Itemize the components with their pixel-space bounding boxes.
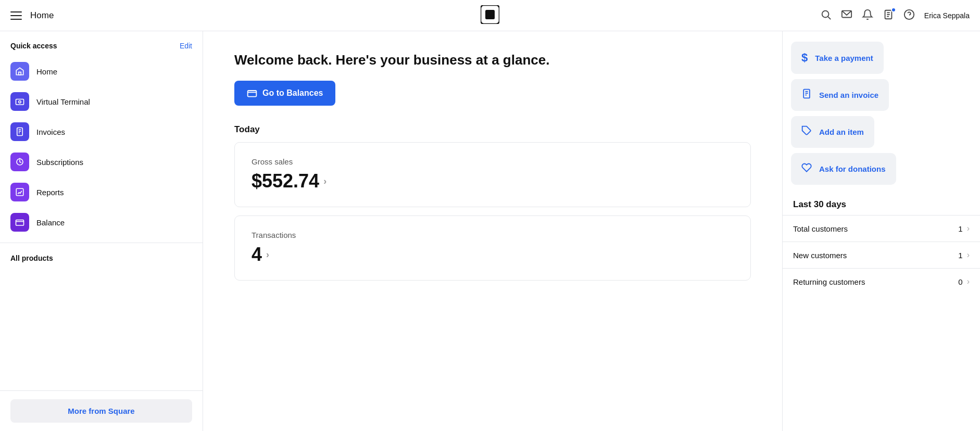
transactions-chevron: › [266, 249, 269, 260]
svg-rect-12 [16, 99, 24, 105]
balance-icon-box [10, 213, 29, 232]
new-customers-right: 1 › [958, 250, 970, 260]
svg-rect-21 [16, 188, 23, 196]
square-logo [481, 5, 499, 26]
add-item-button[interactable]: Add an item [791, 116, 874, 148]
send-invoice-label: Send an invoice [819, 91, 878, 99]
ask-donations-button[interactable]: Ask for donations [791, 153, 896, 185]
gross-sales-label: Gross sales [252, 157, 734, 166]
tasks-badge [891, 7, 896, 12]
sidebar-bottom: More from Square [0, 390, 203, 431]
sidebar-item-reports[interactable]: Reports [0, 177, 203, 207]
hamburger-menu[interactable] [10, 11, 22, 20]
gross-sales-card[interactable]: Gross sales $552.74 › [234, 142, 751, 207]
virtual-terminal-icon-box [10, 92, 29, 111]
svg-point-13 [19, 101, 21, 104]
go-to-balances-button[interactable]: Go to Balances [234, 81, 335, 106]
total-customers-chevron: › [967, 224, 970, 233]
topnav: Home Erica Seppala [0, 0, 980, 31]
all-products-label: All products [10, 254, 53, 262]
new-customers-row[interactable]: New customers 1 › [783, 242, 980, 268]
svg-rect-11 [19, 72, 21, 75]
main-content: Welcome back. Here's your business at a … [203, 31, 782, 431]
invoices-icon-box [10, 122, 29, 141]
today-label: Today [234, 124, 751, 135]
total-customers-right: 1 › [958, 224, 970, 233]
svg-point-2 [822, 10, 828, 17]
edit-link[interactable]: Edit [180, 42, 192, 50]
sidebar-item-invoices-label: Invoices [36, 128, 65, 136]
new-customers-chevron: › [967, 250, 970, 260]
search-icon[interactable] [820, 9, 832, 22]
help-icon[interactable] [903, 9, 915, 22]
svg-rect-24 [248, 91, 257, 97]
take-payment-label: Take a payment [815, 54, 873, 62]
user-name[interactable]: Erica Seppala [924, 11, 970, 20]
transactions-value: 4 › [252, 244, 734, 265]
sidebar-item-virtual-terminal-label: Virtual Terminal [36, 97, 90, 106]
all-products-section: All products [0, 248, 203, 263]
gross-sales-value: $552.74 › [252, 170, 734, 192]
quick-access-title: Quick access [10, 42, 57, 50]
gross-sales-chevron: › [323, 176, 326, 187]
sidebar-inner: Quick access Edit Home Virtual Terminal [0, 31, 203, 390]
returning-customers-right: 0 › [958, 277, 970, 286]
balances-btn-icon [247, 88, 257, 98]
sidebar-divider [0, 243, 203, 243]
send-invoice-icon [801, 88, 812, 102]
quick-access-header: Quick access Edit [0, 42, 203, 56]
messages-icon[interactable] [841, 9, 852, 22]
more-from-square-button[interactable]: More from Square [10, 399, 192, 423]
svg-line-3 [828, 17, 831, 19]
go-to-balances-label: Go to Balances [262, 88, 323, 98]
tasks-icon[interactable] [883, 9, 894, 22]
take-payment-icon: $ [801, 51, 808, 65]
send-invoice-button[interactable]: Send an invoice [791, 79, 889, 111]
total-customers-label: Total customers [793, 224, 848, 233]
sidebar-item-home-label: Home [36, 67, 57, 76]
sidebar: Quick access Edit Home Virtual Terminal [0, 31, 203, 431]
add-item-label: Add an item [819, 128, 864, 136]
transactions-card[interactable]: Transactions 4 › [234, 216, 751, 281]
reports-icon-box [10, 183, 29, 201]
sidebar-item-home[interactable]: Home [0, 56, 203, 86]
total-customers-row[interactable]: Total customers 1 › [783, 215, 980, 242]
new-customers-label: New customers [793, 251, 847, 260]
last30-header: Last 30 days [783, 190, 980, 215]
transactions-label: Transactions [252, 231, 734, 239]
welcome-heading: Welcome back. Here's your business at a … [234, 52, 751, 68]
returning-customers-row[interactable]: Returning customers 0 › [783, 268, 980, 295]
ask-donations-icon [801, 162, 812, 175]
sidebar-item-virtual-terminal[interactable]: Virtual Terminal [0, 86, 203, 117]
topnav-right: Erica Seppala [820, 9, 970, 22]
topnav-left: Home [10, 10, 54, 21]
home-icon-box [10, 62, 29, 81]
returning-customers-value: 0 [958, 277, 962, 286]
body-layout: Quick access Edit Home Virtual Terminal [0, 31, 980, 431]
returning-customers-chevron: › [967, 277, 970, 286]
sidebar-item-balance[interactable]: Balance [0, 207, 203, 237]
subscriptions-icon-box [10, 153, 29, 171]
sidebar-item-invoices[interactable]: Invoices [0, 117, 203, 147]
take-payment-button[interactable]: $ Take a payment [791, 42, 884, 74]
ask-donations-label: Ask for donations [819, 164, 886, 173]
svg-rect-1 [485, 10, 495, 19]
page-title: Home [30, 10, 54, 21]
sidebar-item-balance-label: Balance [36, 218, 65, 227]
total-customers-value: 1 [958, 224, 962, 233]
sidebar-item-reports-label: Reports [36, 188, 64, 197]
new-customers-value: 1 [958, 251, 962, 260]
returning-customers-label: Returning customers [793, 277, 865, 286]
sidebar-item-subscriptions-label: Subscriptions [36, 158, 83, 167]
notifications-icon[interactable] [862, 9, 873, 22]
right-panel: $ Take a payment Send an invoice Add an … [782, 31, 980, 431]
sidebar-item-subscriptions[interactable]: Subscriptions [0, 147, 203, 177]
svg-rect-22 [16, 220, 24, 226]
add-item-icon [801, 125, 812, 138]
